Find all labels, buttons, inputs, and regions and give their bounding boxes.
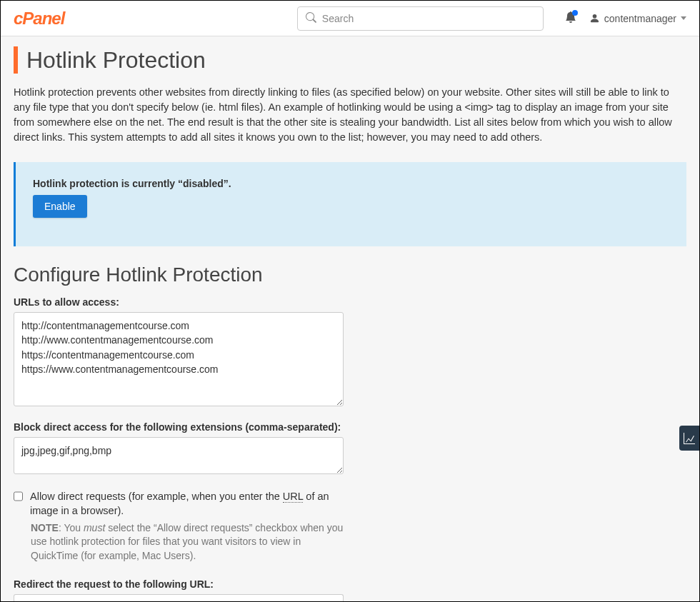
urls-textarea[interactable] xyxy=(14,312,344,406)
title-accent-bar xyxy=(14,46,18,74)
chevron-down-icon xyxy=(681,16,686,20)
page-description: Hotlink protection prevents other websit… xyxy=(14,85,686,145)
notifications-button[interactable] xyxy=(565,11,576,25)
user-icon xyxy=(589,13,600,24)
search-icon xyxy=(306,12,316,25)
username-label: contentmanager xyxy=(604,13,676,24)
allow-direct-label: Allow direct requests (for example, when… xyxy=(30,489,344,518)
user-menu-button[interactable]: contentmanager xyxy=(589,13,686,24)
brand-logo: cPanel xyxy=(14,9,64,29)
urls-block: URLs to allow access: xyxy=(14,296,344,408)
extensions-textarea[interactable] xyxy=(14,437,344,474)
page-title-row: Hotlink Protection xyxy=(14,46,686,74)
redirect-label: Redirect the request to the following UR… xyxy=(14,578,344,590)
page-title: Hotlink Protection xyxy=(26,47,206,74)
allow-direct-note: NOTE: You must select the “Allow direct … xyxy=(31,521,344,563)
status-alert: Hotlink protection is currently “disable… xyxy=(14,162,686,246)
allow-direct-row: Allow direct requests (for example, when… xyxy=(14,489,344,518)
configure-heading: Configure Hotlink Protection xyxy=(14,264,686,286)
extensions-block: Block direct access for the following ex… xyxy=(14,421,344,476)
stats-toggle-button[interactable] xyxy=(679,426,699,451)
enable-button[interactable]: Enable xyxy=(33,195,87,218)
note-pre: : You xyxy=(59,522,84,533)
redirect-input[interactable] xyxy=(14,594,344,601)
extensions-label: Block direct access for the following ex… xyxy=(14,421,344,433)
note-label: NOTE xyxy=(31,522,59,533)
right-actions: contentmanager xyxy=(565,11,686,25)
allow-direct-label-pre: Allow direct requests (for example, when… xyxy=(30,491,283,502)
urls-label: URLs to allow access: xyxy=(14,296,344,308)
redirect-block: Redirect the request to the following UR… xyxy=(14,578,344,601)
notification-dot-icon xyxy=(572,10,578,16)
url-abbr: URL xyxy=(283,491,303,503)
status-text: Hotlink protection is currently “disable… xyxy=(33,178,669,189)
chart-icon xyxy=(684,433,695,444)
note-must: must xyxy=(84,522,105,533)
page-content: Hotlink Protection Hotlink protection pr… xyxy=(1,36,699,601)
top-bar: cPanel contentmanager xyxy=(1,1,699,36)
search-input[interactable] xyxy=(297,6,544,31)
allow-direct-checkbox[interactable] xyxy=(14,491,23,501)
search-wrap xyxy=(297,6,544,31)
